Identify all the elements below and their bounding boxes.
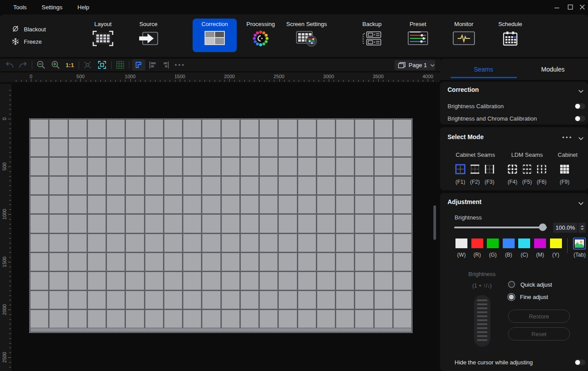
cabinet-cell[interactable] <box>317 310 335 328</box>
radio-quick-adjust[interactable]: Quick adjust <box>508 281 552 288</box>
cabinet-cell[interactable] <box>394 177 411 194</box>
cabinet-cell[interactable] <box>30 158 48 175</box>
cabinet-cell[interactable] <box>88 291 106 309</box>
cabinet-cell[interactable] <box>107 291 125 309</box>
cabinet-cell[interactable] <box>107 139 125 156</box>
cabinet-cell[interactable] <box>279 120 296 137</box>
mode-all-seams-button[interactable] <box>455 164 466 174</box>
mode-ldm-v-button[interactable] <box>536 164 547 174</box>
color-swatch-b[interactable] <box>503 238 515 248</box>
cabinet-cell[interactable] <box>202 215 220 232</box>
cabinet-cell[interactable] <box>279 234 296 252</box>
cabinet-cell[interactable] <box>164 272 182 290</box>
cabinet-cell[interactable] <box>336 234 354 252</box>
cabinet-cell[interactable] <box>202 234 220 252</box>
cabinet-cell[interactable] <box>241 120 258 137</box>
cabinet-cell[interactable] <box>30 177 48 194</box>
cabinet-cell[interactable] <box>183 120 201 137</box>
cabinet-cell[interactable] <box>375 120 392 137</box>
cabinet-cell[interactable] <box>49 310 67 328</box>
cabinet-cell[interactable] <box>222 234 239 252</box>
cabinet-cell[interactable] <box>164 215 182 232</box>
cabinet-cell[interactable] <box>49 177 67 194</box>
cabinet-cell[interactable] <box>145 120 163 137</box>
cabinet-cell[interactable] <box>222 196 239 213</box>
cabinet-cell[interactable] <box>279 272 296 290</box>
stepper-down-icon[interactable] <box>580 228 584 230</box>
brightness-slider-track[interactable] <box>454 227 547 228</box>
menu-tools[interactable]: Tools <box>13 4 27 11</box>
close-button[interactable] <box>577 0 588 14</box>
cabinet-cell[interactable] <box>336 291 354 309</box>
mode-h-seams-button[interactable] <box>470 164 480 174</box>
brightness-slider-knob[interactable] <box>539 223 546 231</box>
toolbar-button-screen-settings[interactable]: Screen Settings <box>285 19 329 52</box>
cabinet-cell[interactable] <box>355 291 373 309</box>
toolbar-button-processing[interactable]: Processing <box>239 19 283 52</box>
cabinet-cell[interactable] <box>49 291 67 309</box>
cabinet-cell[interactable] <box>126 177 144 194</box>
cabinet-cell[interactable] <box>164 158 182 175</box>
cabinet-cell[interactable] <box>145 196 163 213</box>
cabinet-cell[interactable] <box>298 139 316 156</box>
cabinet-cell[interactable] <box>317 158 335 175</box>
cabinet-cell[interactable] <box>145 272 163 290</box>
cabinet-cell[interactable] <box>355 310 373 328</box>
cabinet-cell[interactable] <box>183 291 201 309</box>
cabinet-cell[interactable] <box>183 215 201 232</box>
cabinet-cell[interactable] <box>183 272 201 290</box>
cabinet-cell[interactable] <box>222 291 239 309</box>
cabinet-cell[interactable] <box>317 291 335 309</box>
cabinet-cell[interactable] <box>279 139 296 156</box>
toolbar-button-layout[interactable]: Layout <box>81 19 125 52</box>
cabinet-cell[interactable] <box>107 253 125 271</box>
cabinet-cell[interactable] <box>202 253 220 271</box>
undo-button[interactable] <box>3 59 16 71</box>
cabinet-cell[interactable] <box>336 196 354 213</box>
cabinet-cell[interactable] <box>355 272 373 290</box>
cabinet-cell[interactable] <box>222 215 239 232</box>
cabinet-cell[interactable] <box>69 120 87 137</box>
brightness-value-stepper[interactable] <box>578 223 586 233</box>
cabinet-cell[interactable] <box>49 215 67 232</box>
cabinet-cell[interactable] <box>126 291 144 309</box>
redo-button[interactable] <box>16 59 30 71</box>
cabinet-cell[interactable] <box>69 253 87 271</box>
cabinet-cell[interactable] <box>260 177 277 194</box>
cabinet-cell[interactable] <box>222 272 239 290</box>
cabinet-cell[interactable] <box>336 139 354 156</box>
cabinet-cell[interactable] <box>126 234 144 252</box>
cabinet-cell[interactable] <box>260 310 277 328</box>
cabinet-cell[interactable] <box>394 291 411 309</box>
cabinet-cell[interactable] <box>317 196 335 213</box>
cabinet-cell[interactable] <box>279 177 296 194</box>
cabinet-cell[interactable] <box>30 196 48 213</box>
minimize-button[interactable] <box>550 0 564 14</box>
cabinet-cell[interactable] <box>164 177 182 194</box>
cabinet-cell[interactable] <box>107 234 125 252</box>
cabinet-cell[interactable] <box>88 196 106 213</box>
blackout-button[interactable]: Blackout <box>11 25 46 33</box>
cabinet-cell[interactable] <box>30 291 48 309</box>
toolbar-button-preset[interactable]: Preset <box>396 19 440 52</box>
cabinet-cell[interactable] <box>260 158 277 175</box>
cabinet-cell[interactable] <box>222 158 239 175</box>
cabinet-cell[interactable] <box>298 158 316 175</box>
restore-button[interactable]: Restore <box>508 310 570 323</box>
cabinet-cell[interactable] <box>336 120 354 137</box>
freeze-button[interactable]: Freeze <box>11 38 42 45</box>
cabinet-cell[interactable] <box>222 177 239 194</box>
cabinet-cell[interactable] <box>202 177 220 194</box>
cabinet-cell[interactable] <box>164 253 182 271</box>
cabinet-cell[interactable] <box>164 310 182 328</box>
cabinet-cell[interactable] <box>355 196 373 213</box>
color-swatch-g[interactable] <box>487 238 499 248</box>
cabinet-cell[interactable] <box>317 253 335 271</box>
cabinet-cell[interactable] <box>317 120 335 137</box>
cabinet-cell[interactable] <box>336 272 354 290</box>
cabinet-cell[interactable] <box>355 177 373 194</box>
calibration-toggle[interactable] <box>575 103 585 109</box>
cabinet-cell[interactable] <box>145 215 163 232</box>
cabinet-cell[interactable] <box>336 215 354 232</box>
cabinet-cell[interactable] <box>375 215 392 232</box>
